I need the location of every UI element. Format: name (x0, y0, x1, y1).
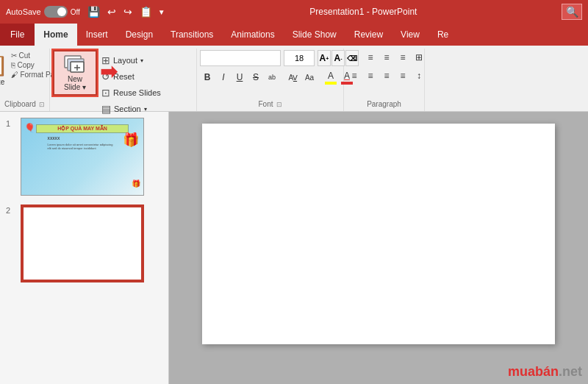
slide-number-1: 1 (6, 119, 16, 128)
para-row1: ≡ ≡ ≡ ≡ ⊞ (347, 50, 426, 65)
cut-button[interactable]: ✂ Cut (11, 51, 30, 60)
font-size-input[interactable] (284, 50, 315, 66)
quick-access-toolbar: 💾 ↩ ↪ 📋 ▼ (86, 4, 165, 19)
autosave-off-label: Off (71, 8, 80, 16)
reset-icon: ↺ (101, 71, 110, 82)
slide-thumbnail-1[interactable]: 🎈 HỘP QUÀ MAY MẮN XXXXX Lorem ipsum dolo… (21, 118, 144, 196)
slide-thumbnail-2[interactable] (21, 205, 144, 282)
clipboard-icon[interactable]: 📋 (138, 4, 154, 19)
spacing-button[interactable]: AV̲ (286, 70, 301, 85)
reuse-icon: ⊡ (101, 87, 110, 99)
ribbon: 📋 Paste ✂ Cut ⎘ Copy 🖌 Format Painter C (0, 46, 588, 112)
clipboard-content: 📋 Paste ✂ Cut ⎘ Copy 🖌 Format Painter (3, 50, 46, 99)
menu-slideshow[interactable]: Slide Show (284, 24, 345, 46)
autosave-toggle[interactable] (44, 6, 68, 18)
search-button[interactable]: 🔍 (562, 4, 582, 20)
new-slide-svg (63, 54, 87, 75)
menu-more[interactable]: Re (429, 24, 457, 46)
clipboard-group-label: Clipboard ⊡ (3, 99, 46, 110)
slides-content: NewSlide ▾ ⊞ Layout ▾ ↺ Reset ⊡ Reuse Sl… (53, 50, 193, 116)
slide-item-1[interactable]: 1 🎈 HỘP QUÀ MAY MẮN XXXXX Lorem ipsum do… (6, 118, 162, 196)
number-list-button[interactable]: ≡ (363, 50, 378, 65)
slide1-bg: 🎈 HỘP QUÀ MAY MẮN XXXXX Lorem ipsum dolo… (21, 118, 143, 195)
qat-dropdown[interactable]: ▼ (158, 8, 165, 16)
layout-label: Layout (113, 56, 137, 65)
italic-button[interactable]: I (216, 70, 231, 85)
indent-button[interactable]: ≡ (379, 50, 394, 65)
menu-review[interactable]: Review (345, 24, 392, 46)
section-chevron: ▾ (144, 106, 147, 113)
paste-button[interactable]: 📋 Paste (0, 50, 10, 88)
menu-animations[interactable]: Animations (222, 24, 283, 46)
slide-panel: 1 🎈 HỘP QUÀ MAY MẮN XXXXX Lorem ipsum do… (0, 112, 169, 384)
autosave-section: AutoSave Off (6, 6, 80, 18)
align-left-button[interactable]: ≡ (347, 68, 362, 83)
slide1-title: HỘP QUÀ MAY MẮN (36, 124, 129, 133)
highlight-icon: A (328, 71, 334, 81)
copy-label: Copy (17, 61, 34, 69)
layout-chevron: ▾ (140, 57, 143, 64)
bullet-list-button[interactable]: ≡ (347, 50, 362, 65)
smallcaps-button[interactable]: ab (265, 70, 279, 85)
cut-label: Cut (18, 51, 30, 60)
increase-font-button[interactable]: A+ (318, 50, 331, 66)
line-spacing-button[interactable]: ↕ (412, 68, 426, 83)
font-expand[interactable]: ⊡ (276, 101, 282, 108)
menu-view[interactable]: View (392, 24, 429, 46)
layout-icon: ⊞ (101, 54, 110, 66)
menu-design[interactable]: Design (117, 24, 162, 46)
reset-label: Reset (113, 72, 135, 81)
highlight-color (325, 82, 337, 85)
balloon-icon: 🎈 (24, 123, 35, 133)
bold-button[interactable]: B (200, 70, 215, 85)
case-button[interactable]: Aa (302, 70, 317, 85)
slide-canvas[interactable] (202, 124, 555, 344)
reset-button[interactable]: ↺ Reset (98, 69, 164, 84)
para-content: ≡ ≡ ≡ ≡ ⊞ ≡ ≡ ≡ ≡ ↕ (347, 50, 421, 99)
menu-file[interactable]: File (0, 24, 35, 46)
underline-button[interactable]: U (232, 70, 247, 85)
indent-right-button[interactable]: ≡ (395, 50, 410, 65)
layout-button[interactable]: ⊞ Layout ▾ (98, 53, 164, 68)
menu-bar: File Home Insert Design Transitions Anim… (0, 24, 588, 46)
slide-item-2[interactable]: 2 (6, 205, 162, 282)
slides-group: ➡ NewSlide ▾ ⊞ Layout (50, 49, 197, 111)
menu-home[interactable]: Home (35, 24, 76, 46)
font-name-input[interactable] (200, 50, 281, 66)
save-icon[interactable]: 💾 (86, 4, 101, 19)
font-name-row: A+ A- ⌫ (200, 50, 359, 66)
slide1-content: XXXXX Lorem ipsum dolor sit amet consect… (48, 136, 118, 151)
copy-button[interactable]: ⎘ Copy (11, 61, 34, 69)
main-area: 1 🎈 HỘP QUÀ MAY MẮN XXXXX Lorem ipsum do… (0, 112, 588, 384)
font-format-row: B I U S ab AV̲ Aa A A (200, 70, 354, 85)
justify-button[interactable]: ≡ (395, 68, 410, 83)
canvas-area (169, 112, 588, 384)
columns-button[interactable]: ⊞ (412, 50, 426, 65)
menu-insert[interactable]: Insert (77, 24, 117, 46)
clipboard-group: 📋 Paste ✂ Cut ⎘ Copy 🖌 Format Painter C (0, 49, 50, 111)
slide2-bg (22, 206, 143, 281)
highlight-button[interactable]: A (323, 70, 338, 85)
new-slide-button[interactable]: NewSlide ▾ (53, 50, 97, 96)
reuse-label: Reuse Slides (113, 88, 161, 97)
menu-transitions[interactable]: Transitions (162, 24, 222, 46)
para-row2: ≡ ≡ ≡ ≡ ↕ (347, 68, 426, 83)
redo-icon[interactable]: ↪ (122, 4, 134, 19)
strikethrough-button[interactable]: S (248, 70, 263, 85)
slide-side-buttons: ⊞ Layout ▾ ↺ Reset ⊡ Reuse Slides ▤ Sect… (98, 50, 164, 116)
section-button[interactable]: ▤ Section ▾ (98, 102, 164, 116)
title-bar: AutoSave Off 💾 ↩ ↪ 📋 ▼ Presentation1 - P… (0, 0, 588, 24)
decrease-font-button[interactable]: A- (331, 50, 345, 66)
paste-label: Paste (0, 78, 4, 86)
undo-icon[interactable]: ↩ (106, 4, 118, 19)
align-right-button[interactable]: ≡ (379, 68, 394, 83)
autosave-label: AutoSave (6, 7, 41, 16)
reuse-slides-button[interactable]: ⊡ Reuse Slides (98, 85, 164, 100)
search-icon: 🔍 (566, 6, 578, 18)
new-slide-label: NewSlide ▾ (64, 75, 86, 91)
gift-icon: 🎁 (123, 132, 139, 148)
clipboard-expand[interactable]: ⊡ (39, 101, 45, 108)
slide-number-2: 2 (6, 206, 16, 215)
para-group-label: Paragraph (347, 99, 421, 110)
align-center-button[interactable]: ≡ (363, 68, 378, 83)
